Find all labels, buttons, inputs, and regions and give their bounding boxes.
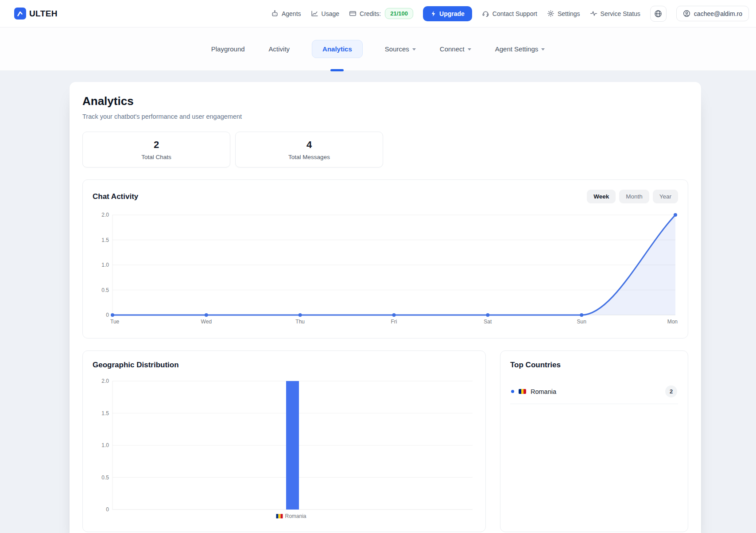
svg-text:0: 0 [106, 506, 109, 513]
lightning-icon [430, 11, 436, 17]
country-list-item: Romania 2 [510, 381, 678, 404]
svg-text:Sat: Sat [484, 319, 492, 325]
upgrade-button[interactable]: Upgrade [423, 6, 472, 21]
svg-text:0.5: 0.5 [101, 475, 109, 481]
chat-activity-panel: Chat Activity Week Month Year 00.51.01.5… [82, 179, 688, 338]
svg-text:2.0: 2.0 [101, 378, 109, 384]
language-globe-button[interactable] [650, 6, 667, 22]
chevron-down-icon [468, 48, 471, 51]
geo-bar-chart: 00.51.01.52.0Romania [93, 375, 476, 522]
brand-logo-icon [14, 8, 26, 19]
pulse-icon [590, 10, 597, 17]
tab-analytics[interactable]: Analytics [312, 40, 363, 58]
geo-title: Geographic Distribution [93, 361, 476, 370]
nav-credits[interactable]: Credits: 21/100 [349, 8, 413, 19]
range-selector: Week Month Year [587, 190, 678, 203]
svg-text:Fri: Fri [391, 319, 397, 325]
range-year-button[interactable]: Year [653, 190, 678, 203]
svg-text:0: 0 [106, 312, 109, 318]
country-count-badge: 2 [665, 385, 677, 397]
header-nav: Agents Usage Credits: 21/100 Upgrade Con… [271, 6, 749, 22]
gear-icon [547, 10, 554, 17]
chat-activity-title: Chat Activity [93, 192, 138, 201]
page-subtitle: Track your chatbot's performance and use… [82, 113, 688, 120]
range-week-button[interactable]: Week [587, 190, 616, 203]
analytics-page-card: Analytics Track your chatbot's performan… [70, 82, 701, 533]
tab-activity[interactable]: Activity [267, 40, 292, 58]
romania-flag-icon [519, 389, 526, 394]
svg-text:2.0: 2.0 [101, 212, 109, 218]
brand[interactable]: ULTEH [14, 8, 58, 19]
chat-activity-line-chart: 00.51.01.52.0TueWedThuFriSatSunMon [93, 208, 679, 328]
tab-agent-settings[interactable]: Agent Settings [493, 40, 547, 58]
svg-text:0.5: 0.5 [101, 287, 109, 293]
stat-total-chats: 2 Total Chats [82, 132, 230, 167]
stats-row: 2 Total Chats 4 Total Messages [82, 132, 688, 167]
brand-name: ULTEH [29, 9, 58, 19]
tab-sources[interactable]: Sources [383, 40, 418, 58]
top-countries-panel: Top Countries Romania 2 [500, 350, 688, 532]
svg-text:Romania: Romania [285, 513, 306, 519]
chevron-down-icon [412, 48, 416, 51]
tab-connect[interactable]: Connect [438, 40, 473, 58]
svg-text:Thu: Thu [295, 319, 305, 325]
chevron-down-icon [541, 48, 545, 51]
nav-agents[interactable]: Agents [271, 10, 301, 17]
svg-text:1.0: 1.0 [101, 442, 109, 448]
user-icon [683, 10, 690, 17]
credit-card-icon [349, 10, 357, 17]
top-header: ULTEH Agents Usage Credits: 21/100 Upgra… [0, 0, 756, 27]
svg-text:Tue: Tue [110, 319, 120, 325]
nav-service-status[interactable]: Service Status [590, 10, 640, 17]
globe-icon [654, 10, 662, 18]
top-countries-title: Top Countries [510, 361, 678, 370]
svg-text:1.5: 1.5 [101, 237, 109, 243]
svg-text:Mon: Mon [667, 319, 678, 325]
nav-contact-support[interactable]: Contact Support [482, 10, 537, 17]
svg-text:Sun: Sun [577, 319, 586, 325]
svg-text:Wed: Wed [201, 319, 212, 325]
active-tab-indicator [330, 69, 344, 71]
svg-text:1.0: 1.0 [101, 262, 109, 268]
nav-usage[interactable]: Usage [311, 10, 339, 17]
geographic-distribution-panel: Geographic Distribution 00.51.01.52.0Rom… [82, 350, 486, 532]
credits-badge: 21/100 [385, 8, 413, 19]
tab-playground[interactable]: Playground [209, 40, 247, 58]
nav-settings[interactable]: Settings [547, 10, 580, 17]
bullet-dot-icon [511, 390, 514, 393]
page-title: Analytics [82, 94, 688, 108]
robot-icon [271, 10, 279, 17]
user-account-button[interactable]: cachee@aldim.ro [676, 6, 749, 21]
line-chart-icon [311, 10, 318, 17]
svg-text:1.5: 1.5 [101, 410, 109, 416]
agent-tab-bar: Playground Activity Analytics Sources Co… [0, 27, 756, 71]
headset-icon [482, 10, 489, 17]
stat-total-messages: 4 Total Messages [235, 132, 383, 167]
range-month-button[interactable]: Month [619, 190, 649, 203]
